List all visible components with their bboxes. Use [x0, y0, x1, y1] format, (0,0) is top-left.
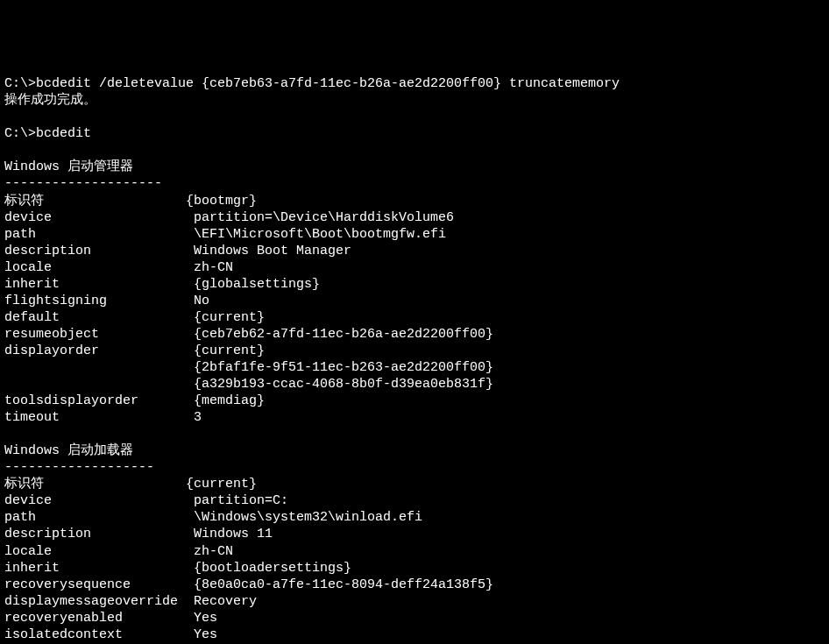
config-row: inherit {globalsettings}: [4, 277, 320, 292]
section-title-boot-loader: Windows 启动加载器: [4, 443, 133, 458]
section-divider: -------------------: [4, 460, 154, 475]
config-row: locale zh-CN: [4, 260, 233, 275]
config-row: description Windows Boot Manager: [4, 244, 351, 258]
config-row: toolsdisplayorder {memdiag}: [4, 393, 265, 408]
command-text: bcdedit /deletevalue {ceb7eb63-a7fd-11ec…: [36, 76, 620, 91]
config-row: description Windows 11: [4, 527, 273, 541]
config-row: recoverysequence {8e0a0ca0-a7fe-11ec-809…: [4, 577, 493, 592]
config-row: path \Windows\system32\winload.efi: [4, 510, 422, 525]
prompt-prefix: C:\>: [4, 126, 36, 141]
config-row: displayorder {current}: [4, 343, 265, 358]
config-row: inherit {bootloadersettings}: [4, 561, 351, 576]
config-row: {2bfaf1fe-9f51-11ec-b263-ae2d2200ff00}: [4, 360, 493, 375]
config-row: 标识符 {current}: [4, 477, 257, 492]
config-row: locale zh-CN: [4, 544, 233, 559]
config-row: timeout 3: [4, 410, 202, 425]
config-row: path \EFI\Microsoft\Boot\bootmgfw.efi: [4, 227, 446, 242]
command-text: bcdedit: [36, 126, 91, 141]
section-title-boot-manager: Windows 启动管理器: [4, 159, 133, 174]
config-row: flightsigning No: [4, 294, 209, 308]
section-divider: --------------------: [4, 176, 162, 191]
config-row: recoveryenabled Yes: [4, 611, 217, 626]
config-row: resumeobject {ceb7eb62-a7fd-11ec-b26a-ae…: [4, 327, 493, 342]
config-row: default {current}: [4, 310, 265, 325]
prompt-prefix: C:\>: [4, 76, 36, 91]
terminal-output[interactable]: C:\>bcdedit /deletevalue {ceb7eb63-a7fd-…: [4, 75, 825, 644]
config-row: isolatedcontext Yes: [4, 627, 217, 642]
config-row: device partition=\Device\HarddiskVolume6: [4, 210, 454, 225]
config-row: 标识符 {bootmgr}: [4, 194, 257, 209]
response-text: 操作成功完成。: [4, 93, 96, 108]
config-row: device partition=C:: [4, 493, 288, 508]
config-row: displaymessageoverride Recovery: [4, 594, 257, 609]
config-row: {a329b193-ccac-4068-8b0f-d39ea0eb831f}: [4, 377, 493, 392]
